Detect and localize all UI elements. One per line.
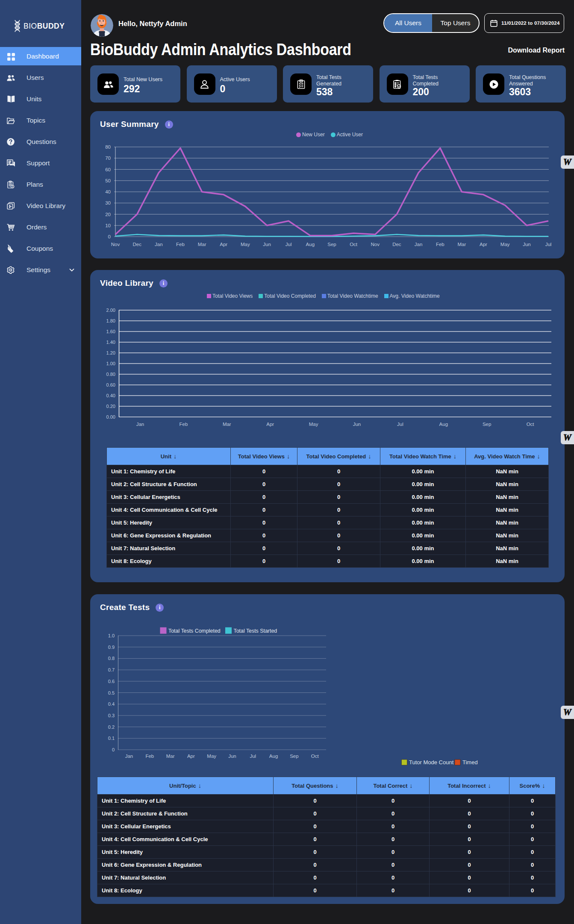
svg-text:Apr: Apr [220,242,227,247]
svg-text:20: 20 [105,212,111,217]
svg-text:Jul: Jul [545,242,552,247]
svg-text:1.20: 1.20 [106,350,115,355]
svg-text:Timed: Timed [462,759,478,766]
svg-text:Oct: Oct [350,242,358,247]
svg-text:80: 80 [105,144,111,150]
svg-text:0.3: 0.3 [108,713,115,718]
svg-text:Aug: Aug [439,422,448,427]
svg-text:Mar: Mar [198,242,206,247]
svg-text:1.40: 1.40 [106,340,115,345]
svg-text:May: May [207,754,216,759]
svg-text:1.0: 1.0 [108,633,115,638]
svg-text:Mar: Mar [223,422,231,427]
svg-text:Mar: Mar [457,242,466,247]
svg-text:Nov: Nov [111,242,120,247]
svg-text:Mar: Mar [166,754,175,759]
svg-text:Feb: Feb [176,242,185,247]
svg-text:Jan: Jan [136,422,144,427]
svg-text:0.9: 0.9 [108,645,115,650]
svg-text:40: 40 [105,189,111,194]
svg-text:Jul: Jul [397,422,403,427]
svg-text:Jul: Jul [250,754,256,759]
svg-text:1.00: 1.00 [106,361,115,366]
svg-text:Jun: Jun [353,422,361,427]
svg-text:Aug: Aug [306,242,315,247]
svg-text:$: $ [12,185,13,188]
svg-text:0.5: 0.5 [108,690,115,695]
svg-text:Feb: Feb [145,754,154,759]
svg-text:0: 0 [112,747,115,752]
svg-text:May: May [500,242,510,247]
svg-text:Aug: Aug [269,754,278,759]
svg-text:30: 30 [105,200,111,205]
svg-text:Sep: Sep [290,754,298,759]
svg-text:0.20: 0.20 [106,404,115,409]
svg-text:Apr: Apr [266,422,274,427]
svg-text:0: 0 [108,234,111,239]
svg-text:Jun: Jun [263,242,271,247]
svg-text:Dec: Dec [392,242,401,247]
svg-text:70: 70 [105,155,111,161]
svg-text:Oct: Oct [311,754,319,759]
svg-text:Jul: Jul [286,242,292,247]
svg-text:Jun: Jun [228,754,236,759]
svg-text:Apr: Apr [187,754,195,759]
svg-text:0.40: 0.40 [106,393,115,398]
svg-text:Feb: Feb [179,422,188,427]
svg-text:Apr: Apr [480,242,487,247]
svg-text:Total Tests Started: Total Tests Started [234,628,277,634]
svg-text:Total Tests Completed: Total Tests Completed [168,628,221,634]
svg-text:60: 60 [105,167,111,172]
svg-text:2.00: 2.00 [106,308,115,313]
svg-text:0.8: 0.8 [108,656,115,661]
svg-text:0.2: 0.2 [108,725,115,730]
svg-text:0.60: 0.60 [106,382,115,387]
svg-text:1.80: 1.80 [106,318,115,323]
svg-text:Sep: Sep [483,422,491,427]
svg-text:Jan: Jan [125,754,133,759]
svg-text:10: 10 [105,223,111,228]
svg-text:Jan: Jan [155,242,163,247]
svg-text:0.6: 0.6 [108,679,115,684]
svg-text:0.7: 0.7 [108,667,115,672]
svg-text:1.60: 1.60 [106,329,115,334]
svg-text:0.1: 0.1 [108,736,115,741]
svg-text:0.4: 0.4 [108,701,115,707]
svg-text:0.00: 0.00 [106,414,115,419]
svg-text:0.80: 0.80 [106,372,115,377]
svg-text:Tutor Mode Count: Tutor Mode Count [409,759,454,766]
svg-text:Oct: Oct [527,422,535,427]
svg-text:Jan: Jan [415,242,423,247]
svg-text:Nov: Nov [371,242,380,247]
svg-text:Sep: Sep [327,242,336,247]
svg-text:Feb: Feb [436,242,444,247]
svg-text:Dec: Dec [132,242,141,247]
svg-text:50: 50 [105,178,111,183]
svg-text:May: May [309,422,318,427]
svg-text:May: May [241,242,250,247]
svg-text:Jun: Jun [523,242,531,247]
